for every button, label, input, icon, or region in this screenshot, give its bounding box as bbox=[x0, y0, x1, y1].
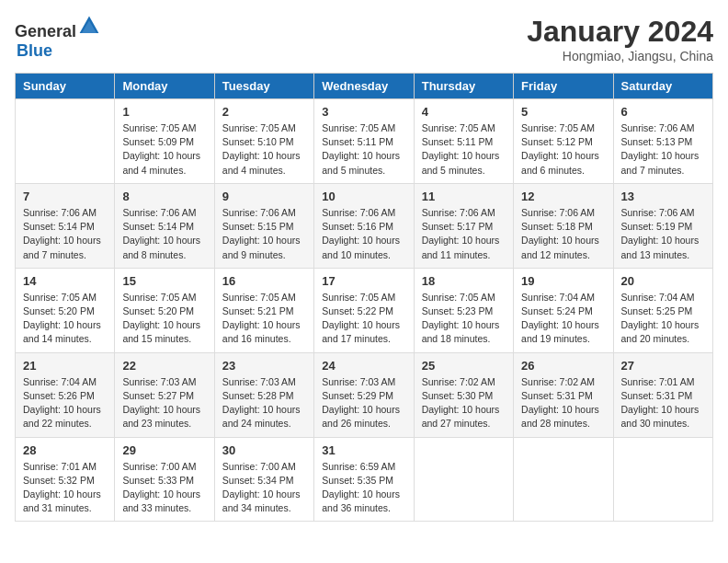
day-number: 13 bbox=[621, 190, 705, 203]
day-number: 9 bbox=[222, 190, 306, 203]
page-header: General Blue January 2024 Hongmiao, Jian… bbox=[15, 15, 713, 63]
day-info: Sunrise: 7:05 AM Sunset: 5:11 PM Dayligh… bbox=[422, 121, 506, 178]
day-info: Sunrise: 7:06 AM Sunset: 5:19 PM Dayligh… bbox=[621, 206, 705, 262]
title-section: January 2024 Hongmiao, Jiangsu, China bbox=[527, 15, 713, 63]
day-number: 3 bbox=[322, 105, 405, 119]
calendar-header: SundayMondayTuesdayWednesdayThursdayFrid… bbox=[16, 74, 713, 99]
day-info: Sunrise: 7:05 AM Sunset: 5:10 PM Dayligh… bbox=[222, 121, 306, 178]
day-cell: 3Sunrise: 7:05 AM Sunset: 5:11 PM Daylig… bbox=[314, 99, 414, 184]
day-info: Sunrise: 7:06 AM Sunset: 5:14 PM Dayligh… bbox=[122, 206, 206, 262]
day-cell: 28Sunrise: 7:01 AM Sunset: 5:32 PM Dayli… bbox=[16, 437, 115, 522]
location: Hongmiao, Jiangsu, China bbox=[527, 49, 713, 63]
day-number: 24 bbox=[322, 359, 405, 373]
calendar-body: 1Sunrise: 7:05 AM Sunset: 5:09 PM Daylig… bbox=[16, 99, 713, 522]
day-info: Sunrise: 7:05 AM Sunset: 5:12 PM Dayligh… bbox=[521, 121, 605, 178]
day-number: 31 bbox=[322, 443, 405, 457]
day-info: Sunrise: 7:05 AM Sunset: 5:09 PM Dayligh… bbox=[122, 121, 206, 178]
day-cell: 1Sunrise: 7:05 AM Sunset: 5:09 PM Daylig… bbox=[115, 99, 214, 184]
day-number: 26 bbox=[521, 359, 605, 373]
day-cell bbox=[414, 437, 513, 522]
day-number: 12 bbox=[521, 190, 605, 203]
header-cell-monday: Monday bbox=[115, 74, 214, 99]
day-info: Sunrise: 7:00 AM Sunset: 5:34 PM Dayligh… bbox=[222, 460, 306, 516]
day-cell: 15Sunrise: 7:05 AM Sunset: 5:20 PM Dayli… bbox=[115, 268, 214, 352]
logo: General Blue bbox=[15, 15, 102, 61]
day-cell bbox=[514, 437, 613, 522]
day-cell: 11Sunrise: 7:06 AM Sunset: 5:17 PM Dayli… bbox=[414, 183, 513, 268]
day-number: 21 bbox=[23, 359, 107, 373]
day-cell bbox=[613, 437, 712, 522]
day-number: 17 bbox=[322, 274, 405, 288]
day-number: 30 bbox=[222, 443, 306, 457]
day-number: 28 bbox=[23, 443, 107, 457]
day-number: 16 bbox=[222, 274, 306, 288]
day-number: 7 bbox=[23, 190, 107, 203]
day-info: Sunrise: 7:05 AM Sunset: 5:20 PM Dayligh… bbox=[23, 291, 107, 347]
day-cell: 12Sunrise: 7:06 AM Sunset: 5:18 PM Dayli… bbox=[514, 183, 613, 268]
header-cell-sunday: Sunday bbox=[16, 74, 115, 99]
day-info: Sunrise: 6:59 AM Sunset: 5:35 PM Dayligh… bbox=[322, 460, 405, 516]
day-number: 29 bbox=[122, 443, 206, 457]
header-cell-saturday: Saturday bbox=[613, 74, 712, 99]
day-cell: 16Sunrise: 7:05 AM Sunset: 5:21 PM Dayli… bbox=[214, 268, 313, 352]
day-number: 20 bbox=[621, 274, 705, 288]
day-cell: 22Sunrise: 7:03 AM Sunset: 5:27 PM Dayli… bbox=[115, 352, 214, 437]
day-cell: 9Sunrise: 7:06 AM Sunset: 5:15 PM Daylig… bbox=[214, 183, 313, 268]
day-cell: 13Sunrise: 7:06 AM Sunset: 5:19 PM Dayli… bbox=[613, 183, 712, 268]
day-info: Sunrise: 7:06 AM Sunset: 5:16 PM Dayligh… bbox=[322, 206, 405, 262]
day-cell: 18Sunrise: 7:05 AM Sunset: 5:23 PM Dayli… bbox=[414, 268, 513, 352]
month-title: January 2024 bbox=[527, 15, 713, 49]
day-info: Sunrise: 7:04 AM Sunset: 5:26 PM Dayligh… bbox=[23, 375, 107, 431]
day-info: Sunrise: 7:06 AM Sunset: 5:17 PM Dayligh… bbox=[422, 206, 506, 262]
day-cell: 25Sunrise: 7:02 AM Sunset: 5:30 PM Dayli… bbox=[414, 352, 513, 437]
day-info: Sunrise: 7:03 AM Sunset: 5:29 PM Dayligh… bbox=[322, 375, 405, 431]
day-info: Sunrise: 7:05 AM Sunset: 5:21 PM Dayligh… bbox=[222, 291, 306, 347]
day-number: 14 bbox=[23, 274, 107, 288]
day-cell: 27Sunrise: 7:01 AM Sunset: 5:31 PM Dayli… bbox=[613, 352, 712, 437]
header-cell-tuesday: Tuesday bbox=[214, 74, 313, 99]
day-info: Sunrise: 7:06 AM Sunset: 5:18 PM Dayligh… bbox=[521, 206, 605, 262]
day-cell: 29Sunrise: 7:00 AM Sunset: 5:33 PM Dayli… bbox=[115, 437, 214, 522]
day-info: Sunrise: 7:02 AM Sunset: 5:30 PM Dayligh… bbox=[422, 375, 506, 431]
day-cell: 24Sunrise: 7:03 AM Sunset: 5:29 PM Dayli… bbox=[314, 352, 414, 437]
day-cell: 17Sunrise: 7:05 AM Sunset: 5:22 PM Dayli… bbox=[314, 268, 414, 352]
day-cell: 8Sunrise: 7:06 AM Sunset: 5:14 PM Daylig… bbox=[115, 183, 214, 268]
day-number: 22 bbox=[122, 359, 206, 373]
day-info: Sunrise: 7:06 AM Sunset: 5:14 PM Dayligh… bbox=[23, 206, 107, 262]
day-info: Sunrise: 7:00 AM Sunset: 5:33 PM Dayligh… bbox=[122, 460, 206, 516]
day-number: 15 bbox=[122, 274, 206, 288]
day-number: 10 bbox=[322, 190, 405, 203]
day-info: Sunrise: 7:06 AM Sunset: 5:13 PM Dayligh… bbox=[621, 121, 705, 178]
week-row-3: 21Sunrise: 7:04 AM Sunset: 5:26 PM Dayli… bbox=[16, 352, 713, 437]
day-info: Sunrise: 7:05 AM Sunset: 5:22 PM Dayligh… bbox=[322, 291, 405, 347]
day-info: Sunrise: 7:05 AM Sunset: 5:11 PM Dayligh… bbox=[322, 121, 405, 178]
header-row: SundayMondayTuesdayWednesdayThursdayFrid… bbox=[16, 74, 713, 99]
day-cell: 10Sunrise: 7:06 AM Sunset: 5:16 PM Dayli… bbox=[314, 183, 414, 268]
day-number: 8 bbox=[122, 190, 206, 203]
day-cell: 14Sunrise: 7:05 AM Sunset: 5:20 PM Dayli… bbox=[16, 268, 115, 352]
calendar-table: SundayMondayTuesdayWednesdayThursdayFrid… bbox=[15, 73, 713, 522]
week-row-1: 7Sunrise: 7:06 AM Sunset: 5:14 PM Daylig… bbox=[16, 183, 713, 268]
day-cell: 23Sunrise: 7:03 AM Sunset: 5:28 PM Dayli… bbox=[214, 352, 313, 437]
day-info: Sunrise: 7:05 AM Sunset: 5:23 PM Dayligh… bbox=[422, 291, 506, 347]
day-cell: 20Sunrise: 7:04 AM Sunset: 5:25 PM Dayli… bbox=[613, 268, 712, 352]
day-cell: 19Sunrise: 7:04 AM Sunset: 5:24 PM Dayli… bbox=[514, 268, 613, 352]
day-number: 25 bbox=[422, 359, 506, 373]
day-cell: 7Sunrise: 7:06 AM Sunset: 5:14 PM Daylig… bbox=[16, 183, 115, 268]
day-number: 5 bbox=[521, 105, 605, 119]
day-number: 6 bbox=[621, 105, 705, 119]
day-info: Sunrise: 7:03 AM Sunset: 5:27 PM Dayligh… bbox=[122, 375, 206, 431]
header-cell-friday: Friday bbox=[514, 74, 613, 99]
header-cell-wednesday: Wednesday bbox=[314, 74, 414, 99]
day-cell: 5Sunrise: 7:05 AM Sunset: 5:12 PM Daylig… bbox=[514, 99, 613, 184]
logo-blue-text: Blue bbox=[17, 41, 52, 60]
day-cell: 2Sunrise: 7:05 AM Sunset: 5:10 PM Daylig… bbox=[214, 99, 313, 184]
day-info: Sunrise: 7:04 AM Sunset: 5:25 PM Dayligh… bbox=[621, 291, 705, 347]
day-info: Sunrise: 7:01 AM Sunset: 5:31 PM Dayligh… bbox=[621, 375, 705, 431]
day-info: Sunrise: 7:02 AM Sunset: 5:31 PM Dayligh… bbox=[521, 375, 605, 431]
day-cell: 4Sunrise: 7:05 AM Sunset: 5:11 PM Daylig… bbox=[414, 99, 513, 184]
day-cell: 21Sunrise: 7:04 AM Sunset: 5:26 PM Dayli… bbox=[16, 352, 115, 437]
header-cell-thursday: Thursday bbox=[414, 74, 513, 99]
logo-icon bbox=[78, 15, 100, 37]
week-row-2: 14Sunrise: 7:05 AM Sunset: 5:20 PM Dayli… bbox=[16, 268, 713, 352]
